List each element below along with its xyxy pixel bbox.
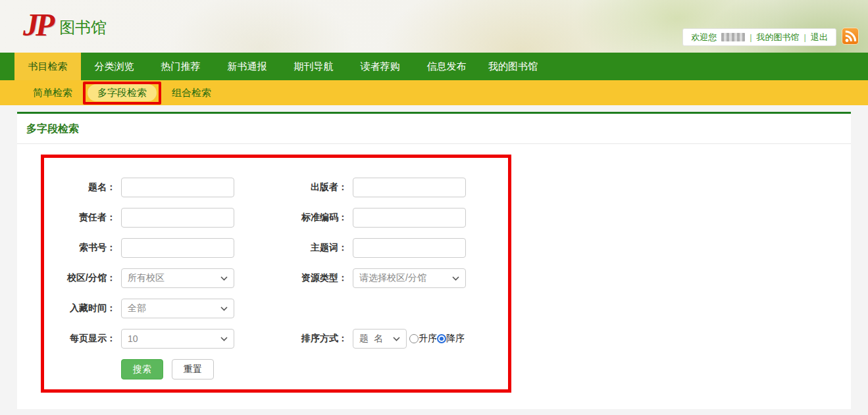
nav-item-my-library[interactable]: 我的图书馆 (480, 53, 546, 80)
page-size-select-value: 10 (128, 333, 138, 344)
welcome-text: 欢迎您 (691, 32, 717, 43)
radio-unchecked-icon (409, 334, 419, 343)
field-call-number: 索书号： (44, 238, 234, 258)
field-author: 责任者： (44, 208, 234, 228)
sort-desc-option[interactable]: 降序 (437, 333, 465, 345)
form-row: 每页显示： 10 排序方式： 题 名 (44, 324, 508, 354)
accession-time-label: 入藏时间： (44, 303, 116, 314)
site-name: 图书馆 (59, 17, 107, 38)
chevron-down-icon (220, 276, 228, 281)
rss-glyph (842, 28, 858, 44)
annotation-box-tab: 多字段检索 (83, 82, 161, 105)
subject-input[interactable] (353, 238, 466, 258)
site-logo[interactable]: JP 图书馆 (23, 9, 107, 41)
standard-code-input[interactable] (353, 208, 466, 228)
field-publisher: 出版者： (234, 178, 466, 197)
nav-item-reader-suggest[interactable]: 读者荐购 (347, 53, 413, 80)
form-row: 责任者： 标准编码： (44, 203, 508, 233)
nav-item-news[interactable]: 信息发布 (413, 53, 480, 80)
sort-asc-option[interactable]: 升序 (409, 333, 437, 345)
nav-item-hot-recommend[interactable]: 热门推荐 (147, 53, 214, 80)
field-subject: 主题词： (234, 238, 466, 258)
sort-label: 排序方式： (234, 333, 347, 345)
nav-item-category-browse[interactable]: 分类浏览 (81, 53, 147, 80)
my-library-link[interactable]: 我的图书馆 (757, 32, 800, 43)
title-input[interactable] (121, 178, 234, 197)
campus-label: 校区/分馆： (44, 272, 116, 284)
accession-time-select[interactable]: 全部 (121, 299, 234, 318)
header: JP 图书馆 欢迎您 | 我的图书馆 | 退出 (0, 0, 868, 53)
campus-select[interactable]: 所有校区 (121, 268, 234, 288)
subnav-item-multifield-search[interactable]: 多字段检索 (88, 84, 157, 101)
sort-select[interactable]: 题 名 (353, 329, 407, 349)
sort-order-radios: 升序 降序 (409, 333, 465, 345)
form-row: 题名： 出版者： (44, 172, 508, 203)
subnav-item-simple-search[interactable]: 简单检索 (26, 80, 79, 105)
call-number-input[interactable] (121, 238, 234, 258)
author-input[interactable] (121, 208, 234, 228)
sort-asc-label: 升序 (419, 333, 437, 345)
subject-label: 主题词： (234, 242, 347, 254)
logo-jp-mark: JP (23, 9, 51, 41)
radio-checked-icon (437, 334, 446, 343)
chevron-down-icon (452, 276, 459, 281)
chevron-down-icon (393, 337, 400, 341)
resource-type-label: 资源类型： (234, 272, 347, 284)
field-sort: 排序方式： 题 名 升序 降序 (234, 329, 465, 349)
logout-link[interactable]: 退出 (811, 32, 828, 43)
censored-username (721, 33, 745, 41)
content-panel: 多字段检索 题名： 出版者： 责任者： 标准编码： (17, 112, 851, 409)
annotation-box-form: 题名： 出版者： 责任者： 标准编码： (41, 155, 511, 393)
form-row: 索书号： 主题词： (44, 233, 508, 263)
chevron-down-icon (220, 337, 228, 341)
author-label: 责任者： (44, 212, 116, 224)
user-panel: 欢迎您 | 我的图书馆 | 退出 (682, 28, 836, 46)
page-title: 多字段检索 (17, 114, 851, 144)
title-label: 题名： (44, 182, 116, 193)
sort-desc-label: 降序 (446, 333, 465, 345)
nav-item-new-books[interactable]: 新书通报 (214, 53, 280, 80)
publisher-label: 出版者： (234, 182, 347, 193)
field-accession-time: 入藏时间： 全部 (44, 299, 234, 318)
field-standard-code: 标准编码： (234, 208, 466, 228)
subnav-item-combined-search[interactable]: 组合检索 (165, 80, 218, 105)
search-button[interactable]: 搜索 (121, 359, 163, 379)
sub-nav: 简单检索 多字段检索 组合检索 (0, 80, 868, 105)
field-page-size: 每页显示： 10 (44, 329, 234, 349)
field-resource-type: 资源类型： 请选择校区/分馆 (234, 268, 466, 288)
page-size-select[interactable]: 10 (121, 329, 234, 349)
nav-item-catalog-search[interactable]: 书目检索 (14, 53, 81, 80)
call-number-label: 索书号： (44, 242, 116, 254)
resource-type-select[interactable]: 请选择校区/分馆 (353, 268, 466, 288)
resource-type-select-value: 请选择校区/分馆 (359, 272, 426, 284)
publisher-input[interactable] (353, 178, 466, 197)
standard-code-label: 标准编码： (234, 212, 347, 224)
nav-item-periodicals[interactable]: 期刊导航 (280, 53, 347, 80)
form-buttons: 搜索 重置 (121, 359, 508, 379)
reset-button[interactable]: 重置 (172, 359, 214, 379)
page-size-label: 每页显示： (44, 333, 116, 345)
rss-icon[interactable] (842, 28, 859, 45)
campus-select-value: 所有校区 (128, 272, 165, 284)
sort-select-value: 题 名 (359, 333, 384, 345)
main-nav: 书目检索 分类浏览 热门推荐 新书通报 期刊导航 读者荐购 信息发布 我的图书馆 (0, 53, 868, 80)
form-row: 校区/分馆： 所有校区 资源类型： 请选择校区/分馆 (44, 263, 508, 293)
chevron-down-icon (220, 306, 228, 311)
form-row: 入藏时间： 全部 (44, 293, 508, 324)
field-title: 题名： (44, 178, 234, 197)
separator: | (804, 32, 806, 42)
field-campus: 校区/分馆： 所有校区 (44, 268, 234, 288)
accession-time-select-value: 全部 (128, 303, 146, 314)
separator: | (750, 32, 752, 42)
